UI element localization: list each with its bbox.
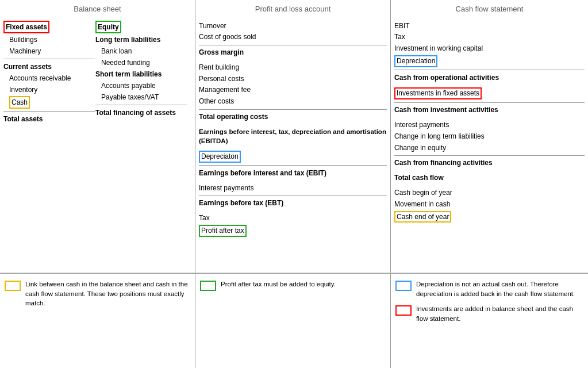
equity-label: Equity xyxy=(95,20,187,34)
legend-blue-text: Depreciation is not an actual cash out. … xyxy=(416,279,583,298)
cf-movement-in-cash: Movement in cash xyxy=(394,198,585,210)
total-financing-label: Total financing of assets xyxy=(95,107,187,118)
cf-ebit: EBIT xyxy=(394,20,585,32)
cash-box: Cash xyxy=(9,96,30,109)
total-assets-label: Total assets xyxy=(3,113,95,125)
pnl-profit-box: Profit after tax xyxy=(199,225,247,237)
balance-sheet-header: Balance sheet xyxy=(3,5,191,16)
legend-green-text: Profit after tax must be added to equity… xyxy=(221,279,336,289)
buildings-item: Buildings xyxy=(3,34,95,45)
fixed-assets-label: Fixed assets xyxy=(3,20,95,34)
legend-yellow-item: Link between cash in the balance sheet a… xyxy=(5,279,190,308)
cf-inv-fixed-assets-box: Investments in fixed assets xyxy=(394,87,482,99)
legend-yellow-box xyxy=(5,281,21,291)
cf-depreciation: Depreciation xyxy=(394,54,585,68)
cash-item: Cash xyxy=(3,95,95,109)
pnl-other-costs: Other costs xyxy=(199,96,387,108)
bs-left: Fixed assets Buildings Machinery Current… xyxy=(3,20,95,125)
pnl-rent: Rent building xyxy=(199,62,387,73)
pnl-personal: Personal costs xyxy=(199,73,387,85)
legend-blue-item: Depreciation is not an actual cash out. … xyxy=(395,279,583,298)
cf-cash-end-box: Cash end of year xyxy=(394,211,451,223)
cf-total-cash-flow: Total cash flow xyxy=(394,172,585,184)
cf-tax: Tax xyxy=(394,32,585,43)
pnl-depreciation-box: Depreciaton xyxy=(199,151,241,163)
bank-loan-item: Bank loan xyxy=(95,45,187,57)
bs-row: Fixed assets Buildings Machinery Current… xyxy=(3,20,191,125)
inventory-item: Inventory xyxy=(3,84,95,95)
bs-right: Equity Long term liabilities Bank loan N… xyxy=(95,20,187,125)
legend-blue-box xyxy=(395,281,412,291)
legend-yellow-text: Link between cash in the balance sheet a… xyxy=(25,279,190,308)
pnl-depreciation: Depreciaton xyxy=(199,150,387,164)
cf-cash-financing: Cash from financing activities xyxy=(394,158,585,169)
accounts-receivable-item: Accounts receivable xyxy=(3,72,95,84)
accounts-payable-item: Accounts payable xyxy=(95,80,187,91)
legend-col-green: Profit after tax must be added to equity… xyxy=(195,274,391,368)
pnl-mgmt-fee: Management fee xyxy=(199,85,387,96)
top-section: Balance sheet Fixed assets Buildings Mac… xyxy=(0,0,588,273)
pnl-turnover: Turnover xyxy=(199,20,387,32)
needed-funding-item: Needed funding xyxy=(95,57,187,68)
pnl-column: Profit and loss account Turnover Cost of… xyxy=(195,0,391,273)
machinery-item: Machinery xyxy=(3,45,95,57)
cf-inv-working-cap: Investment in working capital xyxy=(394,43,585,55)
cf-depreciation-box: Depreciation xyxy=(394,55,437,67)
legend-red-box xyxy=(395,305,412,316)
cf-cash-end-of-year: Cash end of year xyxy=(394,210,585,224)
pnl-tax: Tax xyxy=(199,213,387,224)
cf-cash-begin: Cash begin of year xyxy=(394,187,585,199)
legend-col-blue-red: Depreciation is not an actual cash out. … xyxy=(391,274,588,368)
cf-change-equity: Change in equity xyxy=(394,142,585,154)
cf-inv-fixed-assets: Investments in fixed assets xyxy=(394,87,585,101)
pnl-ebt: Earnings before tax (EBT) xyxy=(199,198,387,209)
payable-taxes-item: Payable taxes/VAT xyxy=(95,91,187,103)
cashflow-column: Cash flow statement EBIT Tax Investment … xyxy=(391,0,588,273)
main-container: Balance sheet Fixed assets Buildings Mac… xyxy=(0,0,588,368)
legend-col-yellow: Link between cash in the balance sheet a… xyxy=(0,274,195,368)
legend-red-item: Investments are added in balance sheet a… xyxy=(395,304,583,323)
pnl-profit-after-tax: Profit after tax xyxy=(199,224,387,238)
balance-sheet-column: Balance sheet Fixed assets Buildings Mac… xyxy=(0,0,195,273)
pnl-ebitda: Earnings before interest, tax, depreciat… xyxy=(199,126,387,146)
pnl-total-op-costs: Total operating costs xyxy=(199,112,387,123)
pnl-ebit: Earnings before interest and tax (EBIT) xyxy=(199,167,387,179)
pnl-interest: Interest payments xyxy=(199,182,387,194)
cf-cash-operational: Cash from operational activities xyxy=(394,72,585,83)
cf-change-lt-liabilities: Change in long term liabilities xyxy=(394,131,585,142)
cashflow-header: Cash flow statement xyxy=(394,5,585,16)
pnl-header: Profit and loss account xyxy=(199,5,387,16)
legend-green-box xyxy=(200,281,216,291)
legend-green-item: Profit after tax must be added to equity… xyxy=(200,279,336,291)
equity-box: Equity xyxy=(95,21,121,33)
fixed-assets-box: Fixed assets xyxy=(3,21,49,33)
pnl-cogs: Cost of goods sold xyxy=(199,32,387,43)
bottom-legend-section: Link between cash in the balance sheet a… xyxy=(0,273,588,368)
cf-interest-payments: Interest payments xyxy=(394,120,585,131)
current-assets-label: Current assets xyxy=(3,61,95,72)
pnl-gross-margin: Gross margin xyxy=(199,47,387,59)
long-term-liabilities-label: Long term liabilities xyxy=(95,34,187,45)
short-term-liabilities-label: Short term liabilities xyxy=(95,68,187,80)
legend-red-text: Investments are added in balance sheet a… xyxy=(416,304,583,323)
cf-cash-investment: Cash from investment activities xyxy=(394,105,585,116)
